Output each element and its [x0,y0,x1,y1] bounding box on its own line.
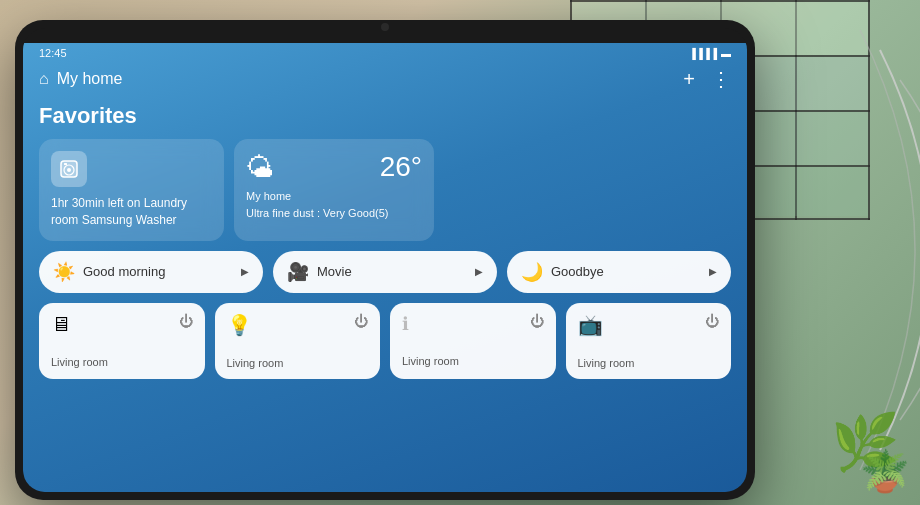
nav-title: My home [57,70,123,88]
home-icon: ⌂ [39,70,49,88]
device-icon-0: 🖥 [51,313,71,336]
movie-play[interactable]: ▶ [475,266,483,277]
more-button[interactable]: ⋮ [711,67,731,91]
device-power-2[interactable]: ⏻ [530,313,544,329]
scene-item-goodbye[interactable]: 🌙 Goodbye ▶ [507,251,731,293]
device-name-2: Living room [402,355,544,367]
device-item-3[interactable]: 📺 ⏻ Living room [566,303,732,379]
nav-left: ⌂ My home [39,70,122,88]
goodbye-icon: 🌙 [521,261,543,283]
devices-row: 🖥 ⏻ Living room 💡 ⏻ Living room [39,303,731,379]
tablet-frame: 12:45 ▐▐▐▐ ▬ ⌂ My home + ⋮ [15,20,755,500]
camera [381,23,389,31]
washer-card[interactable]: 1hr 30min left on Laundry room Samsung W… [39,139,224,241]
device-top-1: 💡 ⏻ [227,313,369,337]
device-icon-3: 📺 [578,313,603,337]
weather-location: My home Ultra fine dust : Very Good(5) [246,188,422,221]
device-top-2: ℹ ⏻ [402,313,544,335]
device-top-0: 🖥 ⏻ [51,313,193,336]
device-power-0[interactable]: ⏻ [179,313,193,329]
status-bar: 12:45 ▐▐▐▐ ▬ [23,43,747,61]
movie-icon: 🎥 [287,261,309,283]
device-power-1[interactable]: ⏻ [354,313,368,329]
weather-card[interactable]: 🌤 26° My home Ultra fine dust : Very Goo… [234,139,434,241]
device-power-3[interactable]: ⏻ [705,313,719,329]
scene-item-morning[interactable]: ☀️ Good morning ▶ [39,251,263,293]
add-button[interactable]: + [683,68,695,91]
pot-icon: 🪴 [860,448,910,495]
device-name-0: Living room [51,356,193,368]
device-icon-1: 💡 [227,313,252,337]
device-top-3: 📺 ⏻ [578,313,720,337]
tablet-bezel: 12:45 ▐▐▐▐ ▬ ⌂ My home + ⋮ [23,28,747,492]
status-icons: ▐▐▐▐ ▬ [689,48,731,59]
device-item-0[interactable]: 🖥 ⏻ Living room [39,303,205,379]
weather-temp: 26° [380,151,422,183]
morning-label: Good morning [83,264,233,279]
status-time: 12:45 [39,47,67,59]
svg-rect-3 [64,163,67,165]
goodbye-play[interactable]: ▶ [709,266,717,277]
device-item-2[interactable]: ℹ ⏻ Living room [390,303,556,379]
weather-icon: 🌤 [246,151,274,184]
nav-actions: + ⋮ [683,67,731,91]
nav-bar: ⌂ My home + ⋮ [23,61,747,99]
morning-icon: ☀️ [53,261,75,283]
device-icon-2: ℹ [402,313,409,335]
content-area: Favorites 1h [23,99,747,379]
scene-item-movie[interactable]: 🎥 Movie ▶ [273,251,497,293]
device-item-1[interactable]: 💡 ⏻ Living room [215,303,381,379]
weather-top: 🌤 26° [246,151,422,184]
scenes-row: ☀️ Good morning ▶ 🎥 Movie ▶ 🌙 Goodbye ▶ [39,251,731,293]
battery-icon: ▬ [721,48,731,59]
device-name-1: Living room [227,357,369,369]
device-name-3: Living room [578,357,720,369]
favorites-row: 1hr 30min left on Laundry room Samsung W… [39,139,731,241]
movie-label: Movie [317,264,467,279]
washer-icon [51,151,87,187]
section-title: Favorites [39,103,731,129]
washer-text: 1hr 30min left on Laundry room Samsung W… [51,195,212,229]
morning-play[interactable]: ▶ [241,266,249,277]
goodbye-label: Goodbye [551,264,701,279]
tablet-screen: 12:45 ▐▐▐▐ ▬ ⌂ My home + ⋮ [23,43,747,492]
svg-point-2 [67,168,71,172]
signal-icon: ▐▐▐▐ [689,48,717,59]
